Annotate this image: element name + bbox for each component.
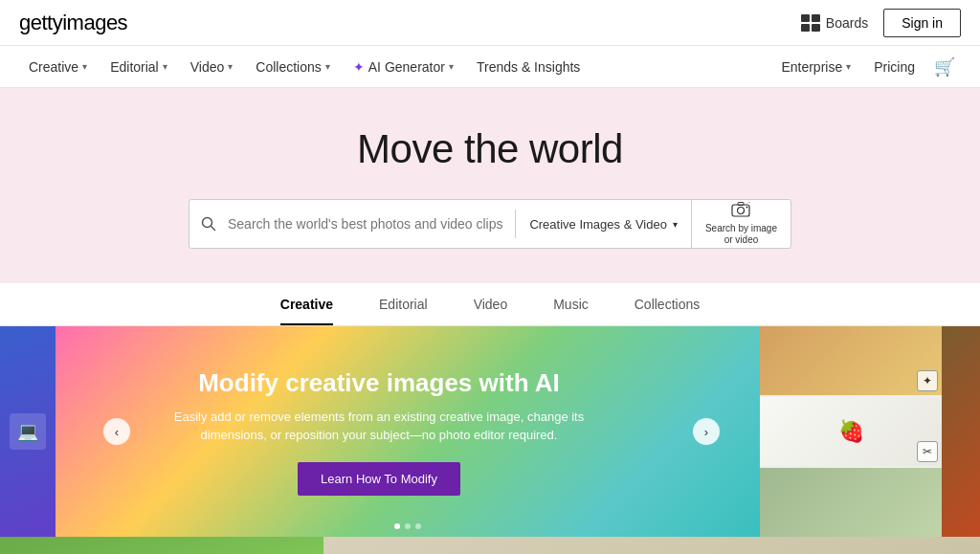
nav-item-enterprise[interactable]: Enterprise ▾	[771, 46, 860, 88]
nav-item-video[interactable]: Video ▾	[181, 46, 243, 88]
nav-left: Creative ▾ Editorial ▾ Video ▾ Collectio…	[19, 46, 590, 88]
nav-label-pricing: Pricing	[874, 59, 915, 75]
chevron-down-icon: ▾	[846, 61, 851, 72]
carousel-description: Easily add or remove elements from an ex…	[149, 408, 609, 445]
carousel-next-button[interactable]: ›	[693, 418, 720, 445]
carousel-main-panel: ‹ Modify creative images with AI Easily …	[56, 326, 760, 537]
nav-label-editorial: Editorial	[110, 59, 159, 75]
logo[interactable]: gettyimages	[19, 11, 127, 35]
search-image-label: Search by imageor video	[705, 223, 777, 246]
top-right-nav: Boards Sign in	[801, 9, 961, 37]
chevron-down-icon: ▾	[82, 61, 87, 72]
chevron-left-icon: ‹	[115, 425, 119, 439]
nav-label-ai-generator: AI Generator	[368, 59, 445, 75]
svg-text:+: +	[747, 202, 750, 205]
carousel-image-strawberry: 🍓 ✂	[760, 397, 942, 466]
tab-collections[interactable]: Collections	[635, 297, 700, 325]
carousel-section: 💻 ‹ Modify creative images with AI Easil…	[0, 326, 980, 537]
carousel-right-images: ✦ 🍓 ✂	[760, 326, 942, 537]
bottom-image-left	[0, 537, 323, 554]
svg-rect-1	[812, 14, 820, 22]
chevron-right-icon: ›	[704, 425, 708, 439]
logo-text-getty: getty	[19, 11, 62, 34]
camera-icon: +	[731, 202, 750, 223]
carousel-dot-1[interactable]	[394, 523, 400, 529]
boards-label: Boards	[826, 15, 868, 31]
nav-right: Enterprise ▾ Pricing 🛒	[771, 46, 961, 88]
top-bar: gettyimages Boards Sign in	[0, 0, 980, 46]
search-type-label: Creative Images & Video	[529, 217, 667, 232]
svg-point-7	[738, 208, 745, 214]
chevron-down-icon: ▾	[449, 61, 454, 72]
boards-icon	[801, 14, 820, 32]
content-tabs: Creative Editorial Video Music Collectio…	[0, 283, 980, 326]
svg-point-9	[746, 207, 748, 209]
nav-item-editorial[interactable]: Editorial ▾	[100, 46, 177, 88]
carousel-dots	[394, 523, 421, 529]
svg-rect-8	[738, 203, 744, 206]
boards-button[interactable]: Boards	[801, 14, 868, 32]
bottom-strip	[0, 537, 980, 554]
carousel-image-street	[760, 468, 942, 537]
nav-label-creative: Creative	[29, 59, 78, 75]
nav-item-collections[interactable]: Collections ▾	[246, 46, 339, 88]
nav-item-trends-insights[interactable]: Trends & Insights	[467, 46, 590, 88]
bottom-image-right	[323, 537, 980, 554]
carousel-left-peek: 💻	[0, 326, 56, 537]
carousel-prev-button[interactable]: ‹	[103, 418, 130, 445]
carousel-dot-2[interactable]	[405, 523, 411, 529]
search-type-selector[interactable]: Creative Images & Video ▾	[516, 217, 691, 232]
tab-creative[interactable]: Creative	[280, 297, 333, 325]
carousel-right-peek	[942, 326, 980, 537]
cart-icon[interactable]: 🛒	[928, 56, 961, 78]
hero-title: Move the world	[357, 126, 623, 172]
nav-label-trends-insights: Trends & Insights	[477, 59, 580, 75]
logo-text-images: images	[62, 11, 127, 34]
search-input[interactable]	[228, 216, 515, 232]
nav-label-collections: Collections	[256, 59, 321, 75]
nav-item-creative[interactable]: Creative ▾	[19, 46, 97, 88]
carousel-image-food: ✦	[760, 326, 942, 395]
signin-button[interactable]: Sign in	[883, 9, 961, 37]
search-bar: Creative Images & Video ▾ + Search by im…	[189, 199, 791, 249]
carousel-dot-3[interactable]	[415, 523, 421, 529]
nav-item-ai-generator[interactable]: ✦ AI Generator ▾	[344, 46, 463, 88]
search-by-image-button[interactable]: + Search by imageor video	[691, 200, 791, 248]
tab-video[interactable]: Video	[474, 297, 508, 325]
scissors-icon: ✂	[917, 441, 938, 462]
nav-label-video: Video	[190, 59, 225, 75]
carousel-cta-button[interactable]: Learn How To Modify	[298, 462, 460, 496]
tab-music[interactable]: Music	[553, 297, 589, 325]
svg-rect-0	[801, 14, 810, 22]
wand-icon: ✦	[917, 370, 938, 391]
chevron-down-icon: ▾	[673, 219, 678, 230]
chevron-down-icon: ▾	[325, 61, 330, 72]
svg-rect-3	[812, 24, 820, 32]
tab-editorial[interactable]: Editorial	[379, 297, 428, 325]
carousel-title: Modify creative images with AI	[198, 368, 560, 398]
chevron-down-icon: ▾	[163, 61, 167, 72]
nav-bar: Creative ▾ Editorial ▾ Video ▾ Collectio…	[0, 46, 980, 88]
nav-item-pricing[interactable]: Pricing	[864, 46, 924, 88]
chevron-down-icon: ▾	[228, 61, 233, 72]
ai-star-icon: ✦	[353, 59, 365, 75]
svg-line-5	[212, 227, 215, 231]
search-icon	[189, 216, 228, 232]
nav-label-enterprise: Enterprise	[781, 59, 842, 75]
svg-rect-2	[801, 24, 810, 32]
hero-section: Move the world Creative Images & Video ▾…	[0, 88, 980, 283]
